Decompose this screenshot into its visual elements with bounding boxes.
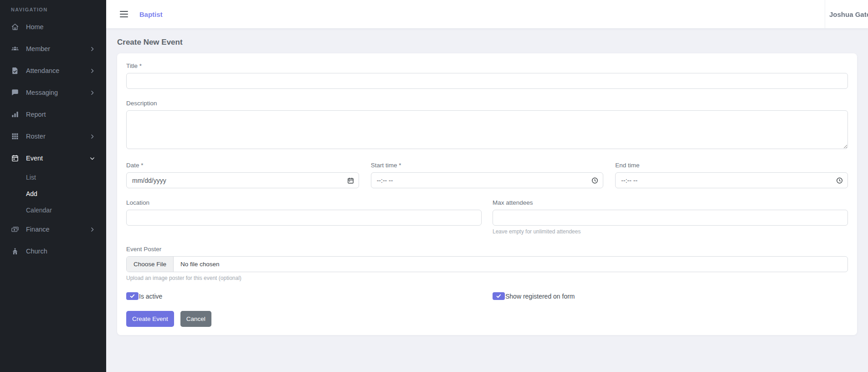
datetime-row: Date * Start time * End time	[126, 162, 848, 188]
sidebar-item-label: Attendance	[26, 67, 59, 74]
cancel-button[interactable]: Cancel	[180, 311, 211, 327]
sidebar-item-label: Messaging	[26, 89, 58, 96]
chevron-right-icon	[89, 46, 95, 52]
sidebar-item-church[interactable]: Church	[0, 240, 106, 262]
sidebar-item-finance[interactable]: Finance	[0, 218, 106, 240]
sidebar-item-event-calendar[interactable]: Calendar	[0, 202, 106, 218]
sidebar-item-label: Report	[26, 111, 46, 118]
sidebar-subitem-label: Add	[26, 190, 37, 197]
date-input[interactable]	[126, 172, 359, 188]
event-poster-file-input[interactable]: Choose File No file chosen	[126, 256, 848, 272]
sidebar-item-label: Church	[26, 248, 47, 255]
sidebar-item-report[interactable]: Report	[0, 103, 106, 125]
sidebar-item-roster[interactable]: Roster	[0, 125, 106, 147]
start-time-input[interactable]	[371, 172, 604, 188]
bar-chart-icon	[11, 110, 19, 119]
grid-icon	[11, 132, 19, 140]
sidebar-item-label: Finance	[26, 226, 50, 233]
sidebar-subitem-label: List	[26, 174, 36, 181]
start-time-label: Start time *	[371, 162, 604, 169]
max-attendees-label: Max attendees	[493, 199, 848, 206]
chevron-right-icon	[89, 90, 95, 96]
is-active-checkbox[interactable]: Is active	[126, 292, 482, 300]
location-input[interactable]	[126, 210, 482, 226]
max-attendees-helper: Leave empty for unlimited attendees	[493, 228, 848, 235]
sidebar-item-label: Event	[26, 155, 43, 162]
sidebar-item-event-list[interactable]: List	[0, 169, 106, 186]
end-time-group: End time	[615, 162, 848, 188]
sidebar-item-home[interactable]: Home	[0, 16, 106, 38]
sidebar-subitem-label: Calendar	[26, 207, 52, 214]
create-event-button[interactable]: Create Event	[126, 311, 174, 327]
location-attendees-row: Location Max attendees Leave empty for u…	[126, 199, 848, 235]
home-icon	[11, 23, 19, 31]
topbar: Baptist Joshua Gato	[106, 0, 868, 28]
chevron-right-icon	[89, 134, 95, 140]
sidebar-header: NAVIGATION	[0, 0, 106, 16]
sidebar-item-member[interactable]: Member	[0, 38, 106, 60]
show-registered-checkbox[interactable]: Show registered on form	[493, 292, 848, 300]
start-time-group: Start time *	[371, 162, 604, 188]
brand-link[interactable]: Baptist	[139, 10, 163, 18]
chevron-right-icon	[89, 227, 95, 232]
show-registered-label[interactable]: Show registered on form	[505, 293, 575, 300]
attendance-icon	[11, 67, 19, 75]
sidebar-item-messaging[interactable]: Messaging	[0, 82, 106, 103]
sidebar-item-attendance[interactable]: Attendance	[0, 60, 106, 82]
menu-toggle-icon[interactable]	[120, 11, 128, 17]
money-icon	[11, 225, 19, 233]
sidebar-item-label: Home	[26, 23, 44, 31]
event-poster-label: Event Poster	[126, 246, 848, 253]
is-active-label[interactable]: Is active	[139, 293, 162, 300]
choose-file-button[interactable]: Choose File	[127, 257, 174, 272]
checkbox-checked-icon[interactable]	[126, 292, 139, 300]
date-label: Date *	[126, 162, 359, 169]
sidebar-item-event[interactable]: Event	[0, 147, 106, 169]
description-group: Description	[126, 100, 848, 151]
calendar-icon	[11, 154, 19, 162]
description-textarea[interactable]	[126, 110, 848, 149]
page-title: Create New Event	[106, 28, 868, 53]
people-icon	[11, 45, 19, 53]
event-poster-group: Event Poster Choose File No file chosen …	[126, 246, 848, 281]
end-time-label: End time	[615, 162, 848, 169]
user-menu[interactable]: Joshua Gato	[825, 0, 868, 28]
checkbox-checked-icon[interactable]	[493, 292, 505, 300]
description-label: Description	[126, 100, 848, 107]
location-group: Location	[126, 199, 482, 235]
sidebar-item-event-add[interactable]: Add	[0, 186, 106, 202]
sidebar: NAVIGATION Home Member Attendance Messag…	[0, 0, 106, 372]
max-attendees-input[interactable]	[493, 210, 848, 226]
title-input[interactable]	[126, 73, 848, 89]
chevron-right-icon	[89, 68, 95, 74]
sidebar-item-label: Member	[26, 45, 50, 52]
create-event-form-card: Title * Description Date * Start time *	[117, 53, 857, 335]
chevron-down-icon	[89, 155, 95, 161]
main-content: Create New Event Title * Description Dat…	[106, 28, 868, 372]
end-time-input[interactable]	[615, 172, 848, 188]
max-attendees-group: Max attendees Leave empty for unlimited …	[493, 199, 848, 235]
title-group: Title *	[126, 62, 848, 89]
church-icon	[11, 247, 19, 255]
sidebar-item-label: Roster	[26, 133, 46, 140]
date-group: Date *	[126, 162, 359, 188]
event-poster-helper: Upload an image poster for this event (o…	[126, 275, 848, 281]
file-status-text: No file chosen	[174, 261, 226, 268]
title-label: Title *	[126, 62, 848, 69]
form-actions: Create Event Cancel	[126, 311, 848, 327]
checkbox-row: Is active Show registered on form	[126, 292, 848, 300]
chat-icon	[11, 88, 19, 97]
location-label: Location	[126, 199, 482, 206]
